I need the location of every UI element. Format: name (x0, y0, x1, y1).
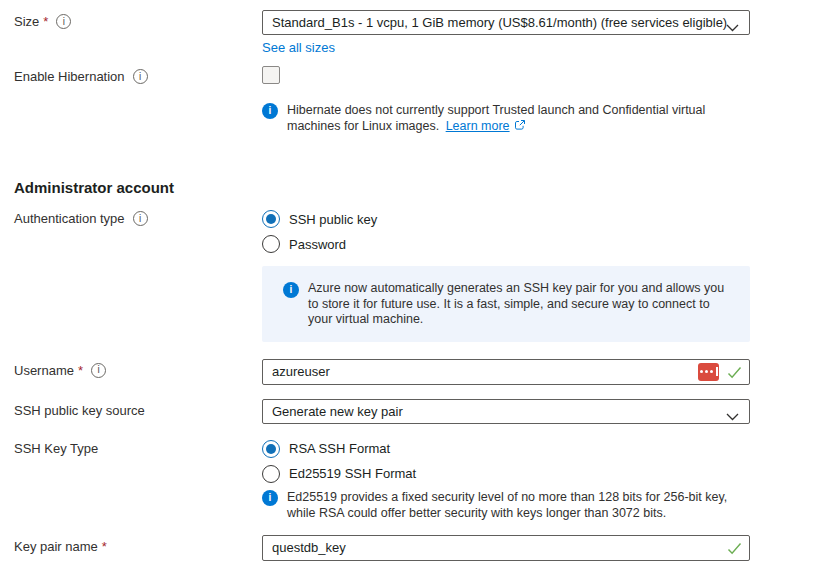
auth-type-row: Authentication type i SSH public key Pas… (14, 209, 833, 259)
radio-indicator (262, 210, 280, 228)
valid-check-icon (727, 366, 742, 382)
external-link-icon (514, 119, 526, 135)
size-info-icon[interactable]: i (56, 14, 71, 29)
see-all-sizes-link[interactable]: See all sizes (262, 40, 335, 55)
size-required-mark: * (43, 14, 48, 29)
learn-more-link[interactable]: Learn more (446, 119, 510, 133)
hibernation-note-row: i Hibernate does not currently support T… (14, 102, 833, 135)
radio-ssh-public-key[interactable]: SSH public key (262, 209, 750, 229)
chevron-down-icon (726, 20, 739, 35)
valid-check-icon (727, 542, 742, 558)
key-type-row: SSH Key Type RSA SSH Format Ed25519 SSH … (14, 439, 833, 521)
key-pair-name-field (262, 535, 750, 561)
key-type-note: i Ed25519 provides a fixed security leve… (262, 489, 750, 521)
username-label: Username (14, 363, 74, 378)
info-icon: i (262, 490, 278, 506)
radio-indicator (262, 440, 280, 458)
radio-ed25519-ssh-format[interactable]: Ed25519 SSH Format (262, 464, 750, 484)
ssh-keypair-infobox: i Azure now automatically generates an S… (262, 266, 750, 342)
size-row: Size * i Standard_B1s - 1 vcpu, 1 GiB me… (14, 10, 833, 55)
key-source-label: SSH public key source (14, 403, 145, 418)
key-pair-name-required-mark: * (102, 539, 107, 554)
username-field (262, 359, 750, 385)
hibernation-row: Enable Hibernation i (14, 65, 833, 84)
ssh-keypair-infobox-text: Azure now automatically generates an SSH… (308, 281, 732, 328)
chevron-down-icon (726, 409, 739, 424)
hibernation-label: Enable Hibernation (14, 69, 125, 84)
username-info-icon[interactable]: i (91, 363, 106, 378)
username-required-mark: * (78, 363, 83, 378)
vm-create-form: Size * i Standard_B1s - 1 vcpu, 1 GiB me… (0, 0, 833, 561)
radio-rsa-ssh-format[interactable]: RSA SSH Format (262, 439, 750, 459)
username-input[interactable] (262, 359, 750, 385)
key-pair-name-input[interactable] (262, 535, 750, 561)
admin-account-heading: Administrator account (14, 179, 833, 196)
radio-ed25519-label: Ed25519 SSH Format (289, 466, 416, 481)
info-icon: i (283, 282, 299, 298)
key-source-select[interactable]: Generate new key pair (262, 399, 750, 424)
auth-type-label: Authentication type (14, 211, 125, 226)
auth-type-info-icon[interactable]: i (133, 211, 148, 226)
key-pair-name-row: Key pair name * (14, 535, 833, 561)
radio-password-label: Password (289, 237, 346, 252)
key-source-row: SSH public key source Generate new key p… (14, 399, 833, 424)
key-source-select-value: Generate new key pair (272, 404, 403, 419)
hibernation-note: i Hibernate does not currently support T… (262, 102, 750, 135)
key-type-note-text: Ed25519 provides a fixed security level … (287, 489, 749, 521)
radio-ssh-public-key-label: SSH public key (289, 212, 377, 227)
password-manager-icon[interactable] (698, 363, 719, 381)
size-select[interactable]: Standard_B1s - 1 vcpu, 1 GiB memory (US$… (262, 10, 750, 35)
info-icon: i (262, 103, 278, 119)
key-pair-name-label: Key pair name (14, 539, 98, 554)
username-row: Username * i (14, 359, 833, 385)
size-select-value: Standard_B1s - 1 vcpu, 1 GiB memory (US$… (272, 15, 727, 30)
radio-rsa-label: RSA SSH Format (289, 441, 390, 456)
radio-indicator (262, 465, 280, 483)
key-type-label: SSH Key Type (14, 441, 98, 456)
radio-indicator (262, 235, 280, 253)
ssh-infobox-row: i Azure now automatically generates an S… (14, 266, 833, 342)
hibernation-checkbox[interactable] (262, 66, 280, 84)
radio-password[interactable]: Password (262, 234, 750, 254)
size-label: Size (14, 14, 39, 29)
hibernation-info-icon[interactable]: i (133, 69, 148, 84)
